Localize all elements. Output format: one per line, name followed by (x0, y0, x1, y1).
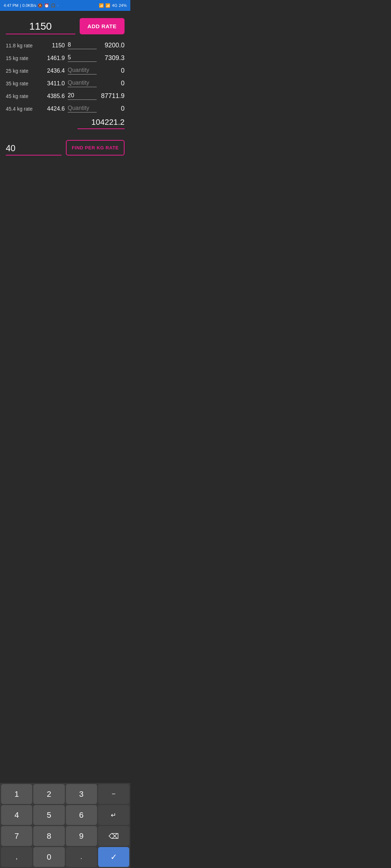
rate-value-1: 1461.9 (41, 55, 65, 61)
rate-label-2: 25 kg rate (6, 68, 38, 74)
rate-label-5: 45.4 kg rate (6, 106, 38, 112)
qty-input-1[interactable] (68, 54, 97, 62)
total-0: 9200.0 (100, 42, 125, 49)
battery: 24% (119, 3, 127, 8)
find-rate-button[interactable]: FIND PER KG RATE (66, 140, 125, 156)
rate-value-4: 4385.6 (41, 93, 65, 99)
grand-total: 104221.2 (77, 118, 125, 129)
dot-icon: · (57, 3, 58, 8)
qty-input-0[interactable] (68, 42, 97, 49)
headphone-icon: 🎧 (51, 3, 56, 8)
alarm-icon: ⏰ (44, 3, 49, 8)
rate-input[interactable] (6, 21, 75, 34)
top-row: ADD RATE (6, 18, 125, 34)
rate-label-0: 11.8 kg rate (6, 43, 38, 48)
add-rate-button[interactable]: ADD RATE (80, 18, 125, 34)
rate-list: 11.8 kg rate 1150 9200.0 15 kg rate 1461… (6, 42, 125, 112)
total-3: 0 (100, 80, 125, 87)
lte-icon: 4G (112, 3, 117, 8)
status-right: 📶 📶 4G 24% (99, 3, 127, 8)
rate-label-1: 15 kg rate (6, 55, 38, 61)
rate-value-3: 3411.0 (41, 80, 65, 87)
total-2: 0 (100, 67, 125, 75)
rate-row: 45.4 kg rate 4424.6 0 (6, 105, 125, 112)
time: 4:47 PM (4, 3, 18, 8)
qty-input-5[interactable] (68, 105, 97, 112)
rate-value-2: 2436.4 (41, 68, 65, 74)
bottom-row: FIND PER KG RATE (6, 140, 125, 156)
qty-input-2[interactable] (68, 67, 97, 75)
wifi-icon: 📶 (99, 3, 104, 8)
rate-row: 25 kg rate 2436.4 0 (6, 67, 125, 75)
status-bar: 4:47 PM | 0.0KB/s 🔕 ⏰ 🎧 · 📶 📶 4G 24% (0, 0, 130, 11)
rate-row: 11.8 kg rate 1150 9200.0 (6, 42, 125, 49)
grand-total-row: 104221.2 (6, 118, 125, 129)
status-left: 4:47 PM | 0.0KB/s 🔕 ⏰ 🎧 · (4, 3, 58, 8)
network-data: 0.0KB/s (22, 3, 37, 8)
qty-input-3[interactable] (68, 80, 97, 87)
kg-input-wrapper (6, 143, 62, 156)
rate-label-4: 45 kg rate (6, 93, 38, 99)
rate-value-5: 4424.6 (41, 106, 65, 112)
network-speed: | (20, 3, 21, 8)
rate-input-wrapper (6, 21, 75, 34)
qty-input-4[interactable] (68, 92, 97, 100)
main-content: ADD RATE 11.8 kg rate 1150 9200.0 15 kg … (0, 11, 130, 170)
rate-value-0: 1150 (41, 42, 65, 49)
rate-row: 15 kg rate 1461.9 7309.3 (6, 54, 125, 62)
rate-row: 35 kg rate 3411.0 0 (6, 80, 125, 87)
rate-label-3: 35 kg rate (6, 81, 38, 86)
signal-icon: 📶 (105, 3, 110, 8)
total-4: 87711.9 (100, 92, 125, 100)
total-1: 7309.3 (100, 54, 125, 62)
kg-input[interactable] (6, 143, 62, 156)
total-5: 0 (100, 105, 125, 112)
mute-icon: 🔕 (38, 3, 43, 8)
rate-row: 45 kg rate 4385.6 87711.9 (6, 92, 125, 100)
